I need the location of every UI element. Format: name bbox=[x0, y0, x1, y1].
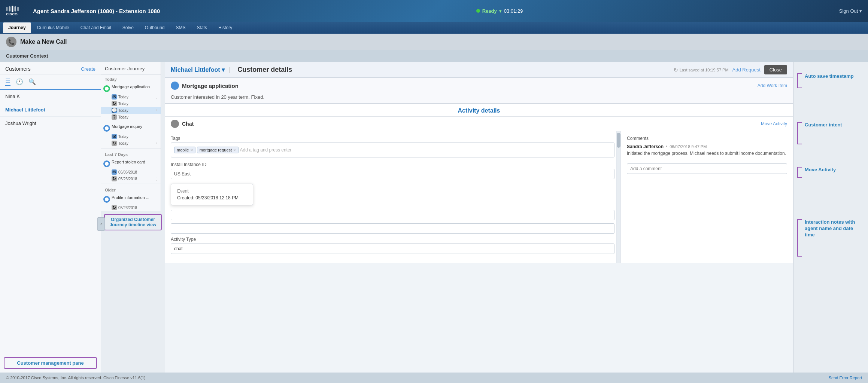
tab-outbound[interactable]: Outbound bbox=[140, 22, 170, 33]
list-view-icon[interactable]: ☰ bbox=[5, 77, 10, 86]
autosave-area: ↻ Last saved at 10:19:57 PM bbox=[674, 67, 729, 73]
customer-item-joshua[interactable]: Joshua Wright bbox=[0, 117, 101, 130]
sub-item-menu-6: ⋮ bbox=[155, 141, 158, 145]
work-item-section: Mortgage application Add Work Item Custo… bbox=[165, 78, 793, 104]
search-icon[interactable]: 🔍 bbox=[28, 78, 36, 85]
journey-item-title-profile: Profile information ... bbox=[112, 195, 158, 200]
tag-mobile[interactable]: mobile × bbox=[174, 147, 195, 153]
annotation-text-autosave: Auto save timestamp bbox=[805, 73, 854, 80]
journey-item-content: Mortgage application bbox=[112, 85, 158, 89]
send-error-button[interactable]: Send Error Report bbox=[829, 376, 862, 380]
comment-item-1: Sandra Jefferson • 06/07/2018 9:47 PM In… bbox=[627, 144, 787, 157]
tags-input-area[interactable]: mobile × mortgage request × Add a tag an… bbox=[171, 143, 614, 157]
sub-item-menu-8: ⋮ bbox=[155, 177, 158, 181]
tab-sms[interactable]: SMS bbox=[171, 22, 191, 33]
journey-item-mortgage-app[interactable]: Mortgage application bbox=[101, 83, 161, 94]
journey-item-content-4: Profile information ... bbox=[112, 195, 158, 200]
tag-mortgage-remove[interactable]: × bbox=[233, 148, 236, 152]
journey-item-mortgage-inquiry[interactable]: Mortgage inquiry bbox=[101, 123, 161, 133]
svg-rect-3 bbox=[15, 6, 16, 12]
journey-sub-email-3[interactable]: ✉ 06/06/2018 bbox=[101, 169, 161, 175]
call-bar: 📞 Make a New Call bbox=[0, 34, 868, 50]
tab-solve[interactable]: Solve bbox=[117, 22, 139, 33]
status-indicator bbox=[476, 9, 480, 13]
status-label[interactable]: Ready bbox=[482, 8, 497, 14]
signout-button[interactable]: Sign Out ▾ bbox=[839, 8, 862, 14]
journey-sub-label-4: Today bbox=[118, 115, 128, 119]
svg-rect-4 bbox=[17, 7, 19, 11]
customers-panel: Customers Create ☰ 🕐 🔍 Nina K Michael Li… bbox=[0, 62, 101, 373]
customer-list: Nina K Michael Littlefoot Joshua Wright bbox=[0, 90, 101, 353]
svg-text:CISCO: CISCO bbox=[6, 12, 18, 16]
customer-item-nina[interactable]: Nina K bbox=[0, 90, 101, 103]
autosave-timestamp: Last saved at 10:19:57 PM bbox=[680, 68, 729, 72]
journey-sub-chat-1[interactable]: 💬 Today ⋮ bbox=[101, 107, 161, 114]
journey-sub-refresh-2[interactable]: ↻ Today ⋮ bbox=[101, 140, 161, 147]
sub-item-menu-1[interactable]: ⋮ bbox=[155, 95, 158, 99]
activity-details-header: Activity details bbox=[165, 104, 793, 117]
center-area: Michael Littlefoot ▾ | Customer details … bbox=[165, 62, 793, 373]
journey-section-last7: Last 7 Days bbox=[101, 150, 161, 158]
tab-cumulus-mobile[interactable]: Cumulus Mobile bbox=[32, 22, 75, 33]
tab-chat-email[interactable]: Chat and Email bbox=[75, 22, 116, 33]
move-activity-button[interactable]: Move Activity bbox=[761, 121, 787, 126]
journey-sub-email-2[interactable]: ✉ Today bbox=[101, 133, 161, 140]
journey-sub-question-1[interactable]: ? Today bbox=[101, 114, 161, 120]
tag-mobile-remove[interactable]: × bbox=[190, 148, 192, 152]
refresh-icon-2: ↻ bbox=[112, 141, 117, 146]
journey-dot-mortgage-app bbox=[103, 85, 110, 92]
customer-name-dropdown[interactable]: Michael Littlefoot ▾ bbox=[171, 66, 225, 73]
journey-divider-1 bbox=[101, 148, 161, 148]
add-work-item-link[interactable]: Add Work Item bbox=[758, 83, 787, 88]
journey-item-content-2: Mortgage inquiry bbox=[112, 124, 158, 129]
install-id-input[interactable]: US East bbox=[171, 169, 614, 179]
comment-author: Sandra Jefferson bbox=[627, 144, 664, 149]
journey-sub-label-7: 06/06/2018 bbox=[118, 170, 137, 174]
customer-item-michael[interactable]: Michael Littlefoot bbox=[0, 103, 101, 117]
add-comment-input[interactable] bbox=[627, 163, 787, 174]
field-empty-2[interactable] bbox=[171, 223, 614, 234]
journey-sub-refresh-1[interactable]: ↻ Today bbox=[101, 100, 161, 107]
nav-tabs: Journey Cumulus Mobile Chat and Email So… bbox=[0, 22, 868, 34]
status-dropdown-icon[interactable]: ▾ bbox=[499, 8, 502, 14]
customer-name-label: Michael Littlefoot bbox=[171, 67, 220, 73]
add-request-button[interactable]: Add Request bbox=[732, 67, 761, 73]
journey-divider-2 bbox=[101, 184, 161, 184]
journey-panel: Customer Journey Today Mortgage applicat… bbox=[101, 62, 161, 211]
footer: © 2010-2017 Cisco Systems, Inc. All righ… bbox=[0, 373, 868, 383]
journey-dot-mortgage-inquiry bbox=[103, 125, 110, 132]
comment-author-line: Sandra Jefferson • 06/07/2018 9:47 PM bbox=[627, 144, 787, 149]
journey-sub-label-5: Today bbox=[118, 135, 128, 139]
chat-form-left: Tags mobile × mortgage request × Add a t… bbox=[165, 131, 621, 263]
journey-item-profile[interactable]: Profile information ... bbox=[101, 194, 161, 204]
journey-sub-refresh-3[interactable]: ↻ 05/23/2018 ⋮ bbox=[101, 175, 161, 182]
annotation-text-intent: Customer intent bbox=[805, 122, 842, 128]
chat-form-right: Comments Sandra Jefferson • 06/07/2018 9… bbox=[621, 131, 793, 263]
customer-management-label: Customer management pane bbox=[4, 357, 97, 369]
journey-item-stolen-card[interactable]: Report stolen card bbox=[101, 158, 161, 169]
customers-title: Customers bbox=[5, 66, 31, 72]
create-link[interactable]: Create bbox=[81, 66, 95, 72]
close-button[interactable]: Close bbox=[764, 65, 787, 74]
activity-type-input[interactable]: chat bbox=[171, 243, 614, 254]
tag-mobile-text: mobile bbox=[177, 148, 189, 152]
work-item-icon-title: Mortgage application bbox=[171, 82, 239, 90]
comment-text: Initiated the mortgage process. Michael … bbox=[627, 150, 787, 157]
tab-journey[interactable]: Journey bbox=[3, 22, 31, 33]
tab-history[interactable]: History bbox=[213, 22, 237, 33]
journey-sub-email-1[interactable]: ✉ Today ⋮ bbox=[101, 94, 161, 100]
collapse-panel-button[interactable]: ‹ bbox=[97, 217, 105, 231]
tag-mortgage[interactable]: mortgage request × bbox=[197, 147, 239, 153]
email-icon-3: ✉ bbox=[112, 169, 117, 175]
svg-rect-2 bbox=[12, 6, 13, 12]
journey-dot-profile bbox=[103, 196, 110, 203]
history-view-icon[interactable]: 🕐 bbox=[16, 78, 23, 85]
install-id-label: Install Instance ID bbox=[171, 162, 614, 167]
chat-icon-title: Chat bbox=[171, 120, 194, 128]
call-bar-title: Make a New Call bbox=[20, 39, 67, 45]
tab-stats[interactable]: Stats bbox=[192, 22, 212, 33]
field-empty-1[interactable] bbox=[171, 210, 614, 220]
journey-sub-refresh-4[interactable]: ↻ 05/23/2018 bbox=[101, 204, 161, 211]
chat-header: Chat Move Activity bbox=[165, 117, 793, 131]
scroll-thumb[interactable] bbox=[617, 133, 620, 148]
